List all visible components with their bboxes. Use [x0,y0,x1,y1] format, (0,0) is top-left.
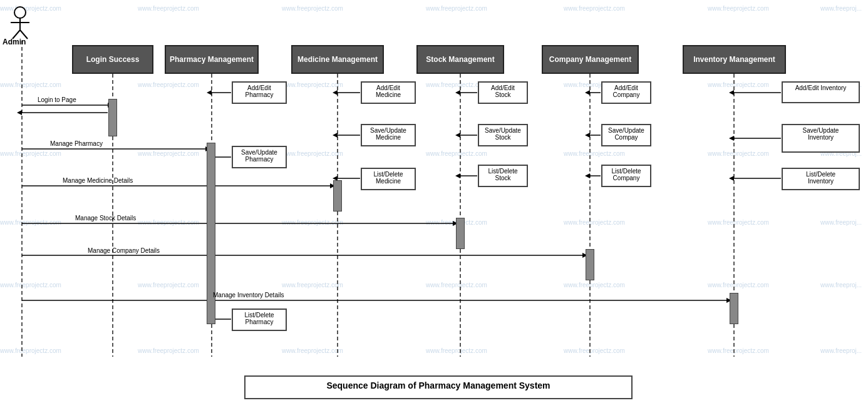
watermark: www.freeproj... [820,347,862,354]
watermark: www.freeprojectz.com [564,5,625,12]
watermark: www.freeprojectz.com [138,5,199,12]
watermark: www.freeprojectz.com [282,5,343,12]
svg-marker-53 [729,136,734,141]
note-add-inventory: Add/Edit Inventory [782,81,860,103]
svg-point-0 [14,7,26,18]
label-manage-stock: Manage Stock Details [75,215,136,222]
activation-company [586,249,594,280]
watermark: www.freeprojectz.com [708,347,769,354]
watermark: www.freeprojectz.com [426,150,487,157]
pharmacy-management-header: Pharmacy Management [165,45,259,74]
note-add-medicine: Add/EditMedicine [361,81,416,104]
watermark: www.freeprojectz.com [426,282,487,288]
svg-marker-51 [729,90,734,95]
svg-marker-35 [455,90,460,95]
note-list-inventory: List/DeleteInventory [782,168,860,190]
watermark: www.freeprojectz.com [708,282,769,288]
watermark: www.freeprojectz.com [564,150,625,157]
svg-marker-37 [455,133,460,138]
note-save-medicine: Save/UpdateMedicine [361,124,416,146]
activation-medicine [333,180,342,212]
note-save-inventory: Save/UpdateInventory [782,124,860,153]
watermark: www.freeprojectz.com [0,282,61,288]
medicine-management-header: Medicine Management [291,45,384,74]
watermark: www.freeprojectz.com [564,282,625,288]
watermark: www.freeprojectz.com [564,347,625,354]
watermark: www.freeprojectz.com [282,219,343,226]
watermark: www.freeprojectz.com [0,347,61,354]
watermark: www.freeproj... [820,282,862,288]
watermark: www.freeprojectz.com [282,150,343,157]
note-list-company: List/DeleteCompany [601,165,651,187]
svg-marker-19 [207,90,212,95]
watermark: www.freeprojectz.com [138,81,199,88]
watermark: www.freeprojectz.com [708,81,769,88]
svg-marker-15 [17,110,22,115]
login-success-header: Login Success [72,45,153,74]
watermark: www.freeprojectz.com [138,282,199,288]
watermark: www.freeprojectz.com [138,347,199,354]
watermark: www.freeprojectz.com [426,347,487,354]
watermark: www.freeprojectz.com [708,5,769,12]
note-list-pharmacy: List/DeletePharmacy [232,309,287,331]
note-add-pharmacy: Add/EditPharmacy [232,81,287,104]
watermark: www.freeprojectz.com [708,219,769,226]
activation-inventory [730,293,738,324]
note-save-stock: Save/UpdateStock [478,124,528,146]
sequence-diagram: www.freeprojectz.com www.freeprojectz.co… [0,0,868,403]
admin-label: Admin [3,38,26,46]
svg-marker-47 [585,173,590,178]
watermark: www.freeprojectz.com [282,347,343,354]
note-save-company: Save/UpdateCompay [601,124,651,146]
label-manage-medicine: Manage Medicine Details [63,177,133,184]
watermark: www.freeprojectz.com [0,150,61,157]
svg-marker-55 [729,176,734,181]
svg-marker-45 [585,133,590,138]
activation-login [108,99,117,136]
watermark: www.freeprojectz.com [426,5,487,12]
inventory-management-header: Inventory Management [683,45,786,74]
label-manage-inventory: Manage Inventory Details [213,292,284,298]
note-list-medicine: List/DeleteMedicine [361,168,416,190]
admin-actor-figure [8,5,33,41]
svg-marker-43 [585,90,590,95]
note-list-stock: List/DeleteStock [478,165,528,187]
watermark: www.freeprojectz.com [708,150,769,157]
diagram-caption: Sequence Diagram of Pharmacy Management … [244,375,633,399]
label-manage-pharmacy: Manage Pharmacy [50,140,103,147]
activation-stock [456,218,465,249]
note-add-stock: Add/EditStock [478,81,528,104]
company-management-header: Company Management [542,45,639,74]
watermark: www.freeprojectz.com [564,219,625,226]
watermark: www.freeprojectz.com [0,81,61,88]
label-manage-company: Manage Company Details [88,247,160,254]
watermark: www.freeproj... [820,5,862,12]
stock-management-header: Stock Management [416,45,504,74]
label-login-to-page: Login to Page [38,96,76,103]
watermark: www.freeprojectz.com [282,81,343,88]
watermark: www.freeprojectz.com [138,219,199,226]
watermark: www.freeprojectz.com [138,150,199,157]
note-save-pharmacy: Save/UpdatePharmacy [232,146,287,168]
watermark: www.freeprojectz.com [0,219,61,226]
svg-marker-39 [455,173,460,178]
note-add-company: Add/EditCompany [601,81,651,104]
svg-marker-29 [333,133,338,138]
watermark: www.freeproj... [820,219,862,226]
admin-stick-figure [8,5,33,39]
watermark: www.freeprojectz.com [282,282,343,288]
svg-marker-27 [333,90,338,95]
